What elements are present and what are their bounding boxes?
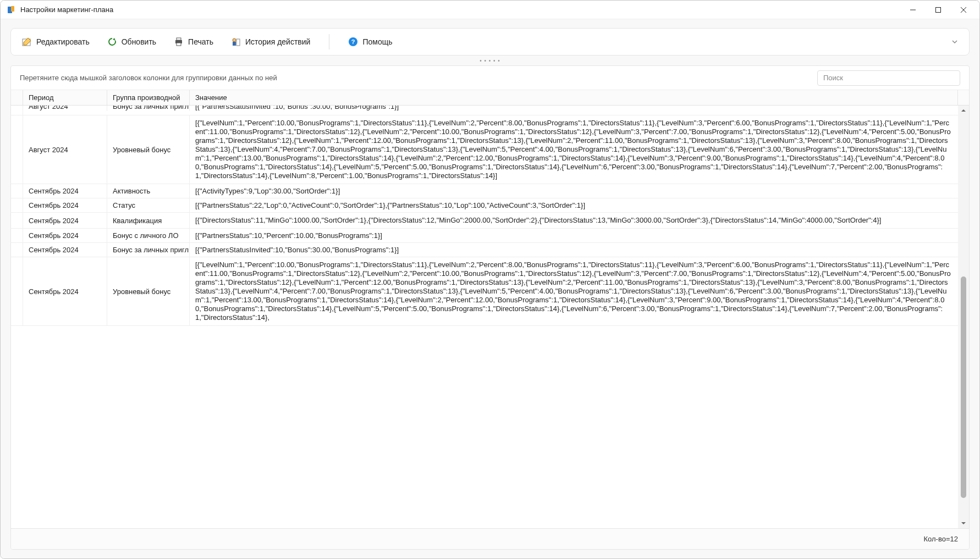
scroll-up-arrow[interactable] [959,106,968,115]
grid-header: Период Группа производной Значение [11,90,969,106]
splitter-handle[interactable]: • • • • • [10,56,970,65]
table-row[interactable]: Август 2024Уровневый бонус[{"LevelNum":1… [11,115,958,184]
help-button[interactable]: ? Помощь [345,35,395,49]
cell-group: Бонус за личных пригл... [107,243,190,257]
table-row[interactable]: Сентябрь 2024Бонус за личных пригл...[{"… [11,243,958,257]
search-placeholder: Поиск [823,74,843,82]
edit-icon [22,37,32,47]
print-button[interactable]: Печать [170,35,217,49]
table-row[interactable]: Сентябрь 2024Статус[{"PartnersStatus":22… [11,198,958,213]
table-row[interactable]: Сентябрь 2024Квалификация[{"DirectorsSta… [11,213,958,229]
column-expander[interactable] [11,90,23,105]
cell-value: [{"PartnersStatus":22,"Lop":0,"ActiveCou… [190,198,958,212]
cell-value: [{"ActivityTypes":9,"Lop":30.00,"SortOrd… [190,184,958,198]
svg-point-5 [233,38,236,42]
svg-rect-6 [233,42,236,46]
cell-group: Квалификация [107,213,190,228]
titlebar: Настройки маркетинг-плана [1,1,979,19]
cell-value: [{"LevelNum":1,"Percent":10.00,"BonusPro… [190,115,958,184]
cell-value: [{"PartnersStatusInvited":10,"Bonus":30.… [190,243,958,257]
cell-group: Статус [107,198,190,212]
column-header-value[interactable]: Значение [190,90,958,105]
svg-rect-4 [177,43,181,46]
refresh-icon [107,37,117,47]
row-count-label: Кол-во=12 [924,535,958,543]
grid-body: Август 2024Бонус за личных пригл...[{"Pa… [11,106,958,528]
column-header-group[interactable]: Группа производной [107,90,190,105]
help-icon: ? [348,37,358,47]
row-expander[interactable] [11,243,23,257]
print-icon [174,37,184,47]
app-icon [6,5,16,15]
data-grid: Перетяните сюда мышкой заголовок колонки… [10,65,970,550]
cell-group: Бонус за личных пригл... [107,106,190,111]
edit-label: Редактировать [36,37,90,46]
row-expander[interactable] [11,257,23,325]
table-row[interactable]: Сентябрь 2024Активность[{"ActivityTypes"… [11,184,958,198]
cell-period: Сентябрь 2024 [23,257,107,325]
toolbar-separator [329,34,329,49]
cell-period: Сентябрь 2024 [23,184,107,198]
row-expander[interactable] [11,229,23,242]
minimize-button[interactable] [900,2,926,18]
app-window: Настройки маркетинг-плана Редактировать [0,0,980,559]
help-label: Помощь [362,37,392,46]
table-row[interactable]: Август 2024Бонус за личных пригл...[{"Pa… [11,106,958,115]
column-header-period[interactable]: Период [23,90,107,105]
refresh-label: Обновить [122,37,156,46]
history-button[interactable]: История действий [228,35,313,49]
vertical-scrollbar[interactable] [958,106,969,528]
close-button[interactable] [951,2,976,18]
scrollbar-track[interactable] [961,115,966,518]
history-icon [231,37,241,47]
maximize-button[interactable] [926,2,951,18]
row-expander[interactable] [11,106,23,115]
scrollbar-thumb[interactable] [961,276,966,498]
scroll-down-arrow[interactable] [959,518,968,528]
cell-period: Август 2024 [23,106,107,111]
cell-value: [{"LevelNum":1,"Percent":10.00,"BonusPro… [190,257,958,325]
svg-text:?: ? [351,38,355,45]
edit-button[interactable]: Редактировать [19,35,93,49]
row-expander[interactable] [11,115,23,184]
print-label: Печать [188,37,213,46]
group-panel-hint: Перетяните сюда мышкой заголовок колонки… [20,74,808,82]
svg-rect-0 [936,7,941,12]
grid-footer: Кол-во=12 [11,528,969,549]
cell-value: [{"DirectorsStatus":11,"MinGo":1000.00,"… [190,213,958,228]
cell-period: Сентябрь 2024 [23,198,107,212]
table-row[interactable]: Сентябрь 2024Бонус с личного ЛО[{"Partne… [11,229,958,243]
cell-period: Сентябрь 2024 [23,243,107,257]
cell-period: Сентябрь 2024 [23,213,107,228]
search-input[interactable]: Поиск [817,70,960,86]
toolbar: Редактировать Обновить Печать История де… [10,28,970,56]
row-expander[interactable] [11,213,23,228]
refresh-button[interactable]: Обновить [104,35,159,49]
row-expander[interactable] [11,184,23,198]
table-row[interactable]: Сентябрь 2024Уровневый бонус[{"LevelNum"… [11,257,958,326]
group-panel[interactable]: Перетяните сюда мышкой заголовок колонки… [11,66,969,90]
grid-body-wrap: Август 2024Бонус за личных пригл...[{"Pa… [11,106,969,528]
cell-group: Уровневый бонус [107,115,190,184]
cell-group: Бонус с личного ЛО [107,229,190,242]
cell-period: Август 2024 [23,115,107,184]
svg-rect-7 [236,39,240,46]
window-title: Настройки маркетинг-плана [20,5,113,14]
toolbar-collapse-button[interactable] [948,35,961,48]
scrollbar-gutter [958,90,969,105]
history-label: История действий [245,37,310,46]
cell-group: Уровневый бонус [107,257,190,325]
cell-value: [{"PartnersStatusInvited":10,"Bonus":30.… [190,106,958,111]
cell-group: Активность [107,184,190,198]
svg-rect-3 [177,38,181,40]
cell-period: Сентябрь 2024 [23,229,107,242]
client-area: Редактировать Обновить Печать История де… [1,19,979,558]
cell-value: [{"PartnersStatus":10,"Percent":10.00,"B… [190,229,958,242]
row-expander[interactable] [11,198,23,212]
